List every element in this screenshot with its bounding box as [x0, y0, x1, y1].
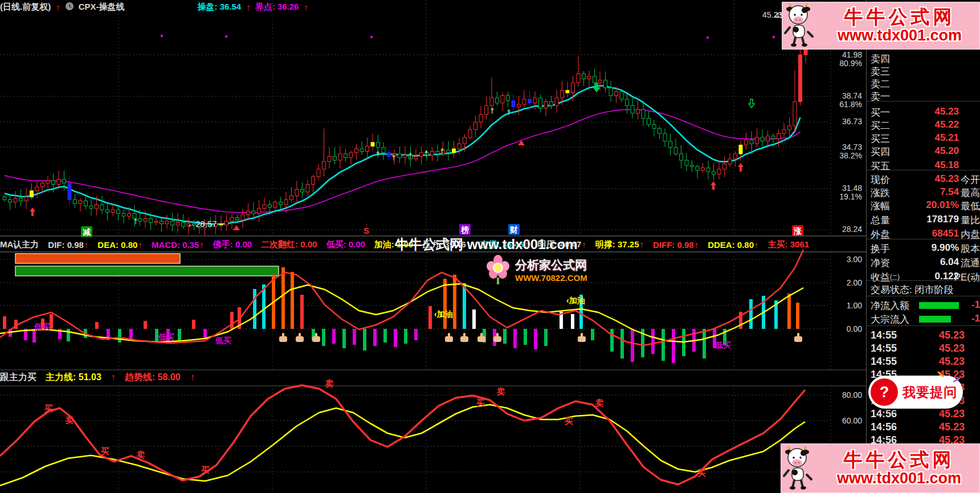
chart-title-bar: (日线.前复权) ↑ CPX-操盘线 操盘: 36.54 ↑ 界点: 36.26… — [0, 1, 830, 13]
ask-question-label: 我要提问 — [903, 384, 957, 401]
hand-icon — [578, 333, 586, 342]
dagger-mark: † — [440, 146, 444, 155]
trend-line — [0, 405, 805, 486]
candle-body — [507, 95, 510, 100]
candle-body — [398, 154, 402, 158]
histogram-bar — [404, 329, 407, 344]
candle-body — [258, 209, 261, 214]
candle-body — [63, 180, 66, 184]
axis-label-price: 19.1% — [839, 192, 862, 201]
histogram-bar — [463, 283, 466, 329]
candle-body — [431, 152, 434, 156]
up-arrow-icon: ↑ — [695, 240, 699, 250]
question-bubble-icon: ? — [871, 378, 898, 406]
candle-body — [696, 166, 699, 170]
jiayou-label: ‹加油 — [566, 296, 585, 305]
divider — [867, 101, 980, 101]
candle-body — [100, 205, 104, 210]
order-book-buy-row[interactable]: 买二45.22 — [867, 119, 980, 132]
candle-body — [57, 180, 60, 185]
quote-info-row: 总量178179量比 — [867, 214, 980, 226]
histogram-bar — [544, 329, 548, 346]
qushi-line-value: 趋势线: 58.00 — [125, 372, 181, 384]
magenta-dot — [370, 36, 373, 38]
magenta-dot — [225, 35, 227, 38]
candle-body — [46, 181, 50, 183]
trade-tick-row: 14:5645.23 — [867, 408, 980, 421]
watermark-url: www.tdx001.com — [467, 237, 578, 252]
indicator-name[interactable]: CPX-操盘线 — [79, 2, 125, 13]
clock-icon[interactable] — [65, 2, 74, 13]
cow-logo-icon — [782, 2, 819, 47]
candle-body — [268, 205, 272, 207]
ask-question-button[interactable]: ? 我要提问 — [868, 376, 963, 409]
up-arrow-icon: ↑ — [640, 239, 644, 249]
candle-body — [593, 76, 597, 83]
histogram-bar — [67, 329, 70, 341]
up-arrow-icon: ↑ — [190, 372, 195, 382]
histogram-bar — [571, 314, 574, 329]
candle-body — [138, 219, 142, 221]
candle-body — [793, 102, 797, 126]
signal-badge-label: 涨 — [793, 226, 802, 235]
candle-body — [144, 219, 147, 221]
up-arrow-icon: ↑ — [84, 240, 89, 250]
candle-body — [230, 217, 234, 221]
candle-body — [295, 189, 299, 195]
histogram-bar — [363, 329, 366, 351]
candle-body — [338, 154, 342, 160]
up-arrow-icon: ↑ — [199, 240, 204, 250]
candle-body — [512, 100, 515, 107]
candle-body — [577, 74, 580, 83]
candle-body — [165, 221, 169, 223]
order-book-buy-row[interactable]: 买三45.21 — [867, 132, 980, 145]
order-book-sell-row[interactable]: 卖四 — [867, 52, 980, 65]
candle-body — [734, 154, 737, 159]
order-book-buy-row[interactable]: 买四45.20 — [867, 145, 980, 158]
low-buy-label: 低买 — [215, 336, 231, 345]
candle-body — [636, 109, 640, 113]
panel3-title-bar[interactable]: 跟主力买 主力线: 51.03 ↑ 趋势线: 58.00 ↑ — [0, 370, 830, 384]
candle-body — [479, 115, 483, 122]
axis-strip: 45.2341.9880.9%38.7461.8%36.7334.7338.2%… — [775, 11, 862, 425]
order-book-sell-row[interactable]: 卖二 — [867, 78, 980, 90]
candle-body — [496, 98, 499, 103]
candle-body — [761, 137, 764, 141]
banner-site-name: 牛牛公式网 — [818, 450, 980, 470]
trade-tick-row: 14:5545.23 — [867, 343, 980, 355]
ad-banner-bottom[interactable]: 牛牛公式网 www.tdx001.com — [781, 443, 980, 493]
histogram-bar — [322, 329, 325, 346]
histogram-bar — [651, 329, 655, 354]
histogram-bar — [414, 329, 418, 340]
candle-body — [273, 202, 277, 207]
candle-body — [739, 145, 742, 154]
quote-info-row: 涨幅20.01%最低 — [867, 199, 980, 212]
candle-body — [355, 149, 358, 153]
order-book-sell-row[interactable]: 卖三 — [867, 65, 980, 78]
buy-arrow-icon — [738, 163, 744, 172]
candle-body — [447, 150, 450, 152]
axis-label-price: 38.2% — [839, 151, 862, 160]
histogram-bar — [192, 320, 195, 329]
axis-label-price: 28.24 — [842, 225, 862, 234]
trade-tick-row: 14:5545.23 — [867, 356, 980, 368]
order-book-buy-row[interactable]: 买一45.23 — [867, 106, 980, 119]
histogram-bar — [662, 329, 665, 361]
axis-top-price: 45.23 — [762, 10, 782, 19]
hand-palm — [445, 336, 453, 342]
ad-banner-top[interactable]: 牛牛公式网 www.tdx001.com — [782, 2, 980, 50]
candle-body — [117, 210, 120, 214]
histogram-bar — [383, 329, 387, 343]
candle-body — [414, 156, 418, 158]
quote-info-row: 收益㈡0.122PE(动 — [867, 271, 980, 283]
candle-body — [79, 201, 82, 203]
candle-body — [41, 183, 44, 187]
indicator-status-item: 佛手: 0.00 — [213, 239, 252, 250]
histogram-bar — [453, 275, 456, 329]
hand-palm — [794, 336, 802, 342]
histogram-bar — [610, 329, 614, 352]
divider — [867, 325, 980, 326]
histogram-bar — [3, 316, 6, 329]
signal-badge-label: 财 — [509, 225, 518, 234]
candle-body — [95, 205, 99, 209]
